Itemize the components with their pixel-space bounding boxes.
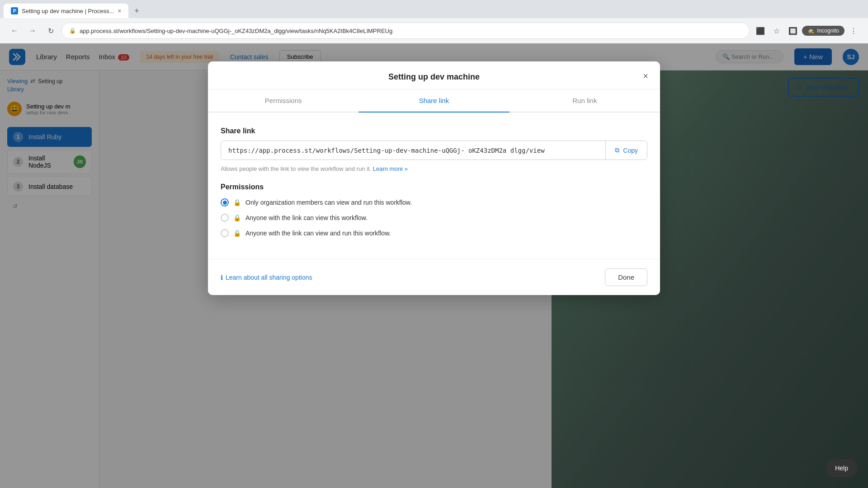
permission-option-3[interactable]: 🔒 Anyone with the link can view and run …: [221, 229, 647, 237]
more-options-btn[interactable]: ⋮: [846, 23, 861, 38]
permission-option-2[interactable]: 🔒 Anyone with the link can view this wor…: [221, 214, 647, 222]
incognito-icon: 🕵: [807, 28, 814, 34]
radio-anyone-view[interactable]: [221, 214, 229, 222]
tab-bar: P Setting up dev machine | Process... × …: [0, 0, 868, 18]
address-bar[interactable]: 🔒 app.process.st/workflows/Setting-up-de…: [61, 23, 750, 39]
back-btn[interactable]: ←: [7, 23, 22, 38]
share-link-input[interactable]: [221, 141, 605, 160]
picture-in-picture-btn[interactable]: ⬛: [753, 23, 768, 38]
lock-icon-2: 🔒: [233, 214, 241, 221]
modal-tabs: Permissions Share link Run link: [208, 89, 660, 113]
lock-icon-3: 🔒: [233, 230, 241, 237]
nav-actions: ⬛ ☆ 🔲 🕵 Incognito ⋮: [753, 23, 861, 38]
permissions-section-label: Permissions: [221, 183, 647, 191]
radio-anyone-run[interactable]: [221, 229, 229, 237]
learn-more-link[interactable]: Learn more »: [373, 165, 408, 172]
tab-share-link[interactable]: Share link: [359, 89, 509, 112]
modal-backdrop[interactable]: Setting up dev machine × Permissions Sha…: [0, 43, 868, 488]
learn-sharing-link[interactable]: ℹ Learn about all sharing options: [221, 274, 312, 281]
modal-close-btn[interactable]: ×: [638, 69, 653, 83]
copy-btn-label: Copy: [623, 147, 638, 154]
help-btn[interactable]: Help: [826, 459, 857, 477]
nav-bar: ← → ↻ 🔒 app.process.st/workflows/Setting…: [0, 18, 868, 43]
bookmark-btn[interactable]: ☆: [769, 23, 784, 38]
share-link-section-label: Share link: [221, 127, 647, 135]
permission-text-1: Only organization members can view and r…: [245, 199, 412, 206]
browser-chrome: P Setting up dev machine | Process... × …: [0, 0, 868, 43]
forward-btn[interactable]: →: [25, 23, 40, 38]
info-icon: ℹ: [221, 274, 223, 281]
share-info-text: Allows people with the link to view the …: [221, 165, 647, 172]
done-btn[interactable]: Done: [605, 268, 647, 286]
tab-permissions[interactable]: Permissions: [208, 89, 359, 112]
tab-close-btn[interactable]: ×: [118, 7, 121, 14]
learn-sharing-label: Learn about all sharing options: [226, 274, 312, 281]
modal-dialog: Setting up dev machine × Permissions Sha…: [208, 61, 660, 295]
permission-text-3: Anyone with the link can view and run th…: [245, 230, 391, 237]
extensions-btn[interactable]: 🔲: [786, 23, 800, 38]
modal-body: Share link ⧉ Copy Allows people with the…: [208, 113, 660, 259]
modal-header: Setting up dev machine ×: [208, 61, 660, 89]
radio-org-only[interactable]: [221, 198, 229, 206]
lock-icon-1: 🔒: [233, 199, 241, 206]
modal-footer: ℹ Learn about all sharing options Done: [208, 259, 660, 295]
permission-option-1[interactable]: 🔒 Only organization members can view and…: [221, 198, 647, 206]
url-text: app.process.st/workflows/Setting-up-dev-…: [80, 28, 392, 34]
tab-run-link[interactable]: Run link: [509, 89, 660, 112]
modal-title: Setting up dev machine: [388, 72, 480, 81]
new-tab-btn[interactable]: +: [130, 5, 143, 17]
tab-favicon: P: [11, 7, 18, 14]
incognito-label: Incognito: [817, 28, 839, 34]
active-tab[interactable]: P Setting up dev machine | Process... ×: [4, 4, 128, 18]
tab-title: Setting up dev machine | Process...: [22, 8, 114, 14]
copy-btn[interactable]: ⧉ Copy: [605, 141, 647, 160]
reload-btn[interactable]: ↻: [43, 23, 58, 38]
lock-icon: 🔒: [69, 28, 76, 34]
incognito-badge: 🕵 Incognito: [802, 26, 844, 36]
copy-icon: ⧉: [615, 146, 619, 154]
permission-text-2: Anyone with the link can view this workf…: [245, 214, 368, 221]
share-link-row: ⧉ Copy: [221, 141, 647, 160]
